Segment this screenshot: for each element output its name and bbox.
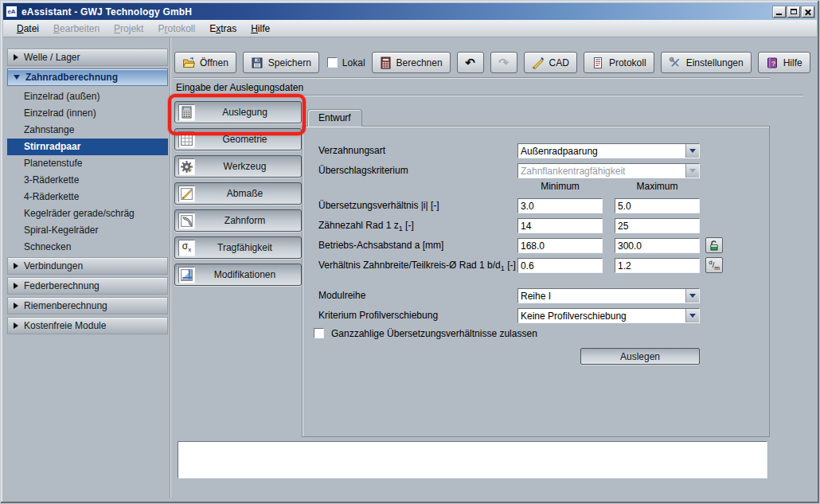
nav-modifikationen-button[interactable]: Modifikationen — [174, 264, 302, 286]
zahnbreite-verhaeltnis-label: Verhältnis Zahnbreite/Teilkreis-Ø Rad 1 … — [318, 258, 516, 273]
menu-projekt: Projekt — [107, 21, 150, 36]
folder-open-icon — [182, 57, 195, 69]
maximize-button[interactable] — [787, 6, 800, 18]
achsabstand-min-input[interactable] — [517, 238, 603, 253]
modification-icon — [178, 267, 195, 283]
tools-icon — [669, 57, 681, 69]
tooth-profile-icon — [178, 213, 195, 229]
sidebar-section-welle-lager[interactable]: Welle / Lager — [7, 49, 168, 66]
sidebar-section-kostenfreie-module[interactable]: Kostenfreie Module — [7, 317, 168, 334]
svg-text:?: ? — [771, 59, 775, 67]
calculate-button[interactable]: Berechnen — [372, 52, 451, 73]
verzahnungsart-label: Verzahnungsart — [318, 143, 385, 158]
section-separator — [174, 95, 803, 96]
redo-button[interactable]: ↷ — [490, 52, 517, 73]
achsabstand-max-input[interactable] — [615, 238, 700, 253]
sidebar-section-riemenberechnung[interactable]: Riemenberechnung — [7, 297, 168, 315]
protocol-button[interactable]: Protokoll — [584, 52, 654, 73]
minimize-button[interactable] — [773, 6, 786, 18]
ueberschlagskriterium-dropdown: Zahnflankentragfähigkeit — [517, 163, 700, 178]
sidebar-main-divider — [170, 38, 171, 498]
d-over-m-button[interactable]: d/m — [705, 257, 723, 273]
ueberschlagskriterium-label: Überschlagskriterium — [318, 163, 408, 178]
achsabstand-label: Betriebs-Achsabstand a [mm] — [318, 238, 443, 253]
nav-abmasse-button[interactable]: Abmaße — [174, 182, 302, 205]
nav-tragfaehigkeit-button[interactable]: σx Tragfähigkeit — [174, 236, 302, 259]
sidebar-item-kegelraeder[interactable]: Kegelräder gerade/schräg — [7, 205, 168, 222]
chevron-right-icon — [14, 263, 18, 269]
profilverschiebung-label: Kriterium Profilverschiebung — [318, 308, 438, 323]
menu-bar: Datei Bearbeiten Projekt Protokoll Extra… — [3, 20, 817, 37]
gear-icon — [178, 158, 195, 175]
window-title: eAssistant - GWJ Technology GmbH — [21, 6, 192, 18]
dropdown-arrow-icon — [685, 164, 699, 178]
design-input-panel: Verzahnungsart Außenradpaarung Überschla… — [302, 126, 770, 437]
menu-protokoll: Protokoll — [150, 21, 202, 36]
sidebar-item-einzelrad-aussen[interactable]: Einzelrad (außen) — [7, 88, 168, 105]
chevron-right-icon — [14, 303, 18, 309]
sidebar-section-verbindungen[interactable]: Verbindungen — [7, 257, 168, 275]
redo-icon: ↷ — [498, 56, 509, 70]
dropdown-arrow-icon[interactable] — [685, 289, 699, 303]
dropdown-arrow-icon[interactable] — [685, 309, 699, 322]
app-logo-icon: eA — [6, 6, 18, 18]
zahnbreite-max-input[interactable] — [615, 258, 700, 273]
verzahnungsart-dropdown[interactable]: Außenradpaarung — [517, 143, 700, 158]
sidebar-item-spiral-kegelraeder[interactable]: Spiral-Kegelräder — [7, 222, 168, 239]
menu-extras[interactable]: Extras — [202, 21, 244, 36]
menu-datei[interactable]: Datei — [10, 21, 46, 36]
sidebar-section-federberechnung[interactable]: Federberechnung — [7, 277, 168, 295]
zahnbreite-min-input[interactable] — [517, 258, 603, 273]
zaehnezahl-max-input[interactable] — [615, 218, 700, 233]
sidebar-item-planetenstufe[interactable]: Planetenstufe — [7, 155, 168, 172]
ganzzahlig-checkbox[interactable] — [314, 328, 324, 338]
maximum-column-header: Maximum — [615, 181, 700, 192]
uebersetzungsverhaeltnis-label: Übersetzungsverhältnis |i| [-] — [318, 198, 439, 213]
module-sidebar: Welle / Lager Zahnradberechnung Einzelra… — [7, 49, 168, 337]
floppy-disk-icon — [251, 57, 264, 69]
local-checkbox[interactable] — [327, 57, 338, 68]
save-button[interactable]: Speichern — [243, 52, 319, 73]
dropdown-arrow-icon[interactable] — [685, 144, 699, 158]
modulreihe-dropdown[interactable]: Reihe I — [517, 288, 700, 303]
nav-werkzeug-button[interactable]: Werkzeug — [174, 155, 302, 178]
sidebar-section-zahnradberechnung[interactable]: Zahnradberechnung — [7, 68, 168, 86]
auslegen-button[interactable]: Auslegen — [580, 348, 700, 365]
chevron-right-icon — [14, 283, 18, 289]
minimize-icon — [776, 14, 782, 15]
close-button[interactable] — [802, 6, 814, 18]
title-bar: eA eAssistant - GWJ Technology GmbH — [3, 3, 817, 20]
profilverschiebung-dropdown[interactable]: Keine Profilverschiebung — [517, 308, 700, 323]
tab-entwurf[interactable]: Entwurf — [307, 109, 362, 127]
toolbar-separator — [174, 77, 770, 79]
sidebar-item-einzelrad-innen[interactable]: Einzelrad (innen) — [7, 105, 168, 122]
calculator-icon — [178, 104, 195, 121]
lock-button[interactable] — [705, 237, 723, 253]
nav-zahnform-button[interactable]: Zahnform — [174, 209, 302, 232]
sidebar-item-4-raederkette[interactable]: 4-Räderkette — [7, 189, 168, 205]
sidebar-item-schnecken[interactable]: Schnecken — [7, 239, 168, 256]
ruler-pencil-icon — [178, 186, 195, 202]
main-toolbar: Öffnen Speichern Lokal Berechnen ↶ ↷ CAD… — [174, 52, 810, 73]
nav-geometrie-button[interactable]: Geometrie — [174, 128, 302, 150]
undo-icon: ↶ — [465, 56, 475, 70]
settings-button[interactable]: Einstellungen — [661, 52, 752, 73]
zaehnezahl-min-input[interactable] — [517, 218, 603, 233]
uebersetzung-max-input[interactable] — [615, 198, 700, 213]
open-button[interactable]: Öffnen — [174, 52, 236, 73]
help-button[interactable]: ? Hilfe — [758, 52, 810, 73]
local-checkbox-label: Lokal — [342, 57, 365, 68]
sidebar-item-3-raederkette[interactable]: 3-Räderkette — [7, 172, 168, 189]
sidebar-item-stirnradpaar[interactable]: Stirnradpaar — [7, 139, 168, 155]
undo-button[interactable]: ↶ — [457, 52, 484, 73]
sidebar-item-zahnstange[interactable]: Zahnstange — [7, 122, 168, 139]
section-title: Eingabe der Auslegungsdaten — [176, 82, 303, 93]
menu-hilfe[interactable]: Hilfe — [244, 21, 277, 36]
eassistant-window: eA eAssistant - GWJ Technology GmbH Date… — [0, 0, 820, 504]
sigma-icon: σx — [178, 240, 195, 256]
cad-button[interactable]: CAD — [524, 52, 577, 73]
uebersetzung-min-input[interactable] — [517, 198, 603, 213]
cad-drawing-icon — [532, 57, 545, 69]
message-output-area — [178, 441, 767, 479]
nav-auslegung-button[interactable]: Auslegung — [174, 101, 302, 123]
